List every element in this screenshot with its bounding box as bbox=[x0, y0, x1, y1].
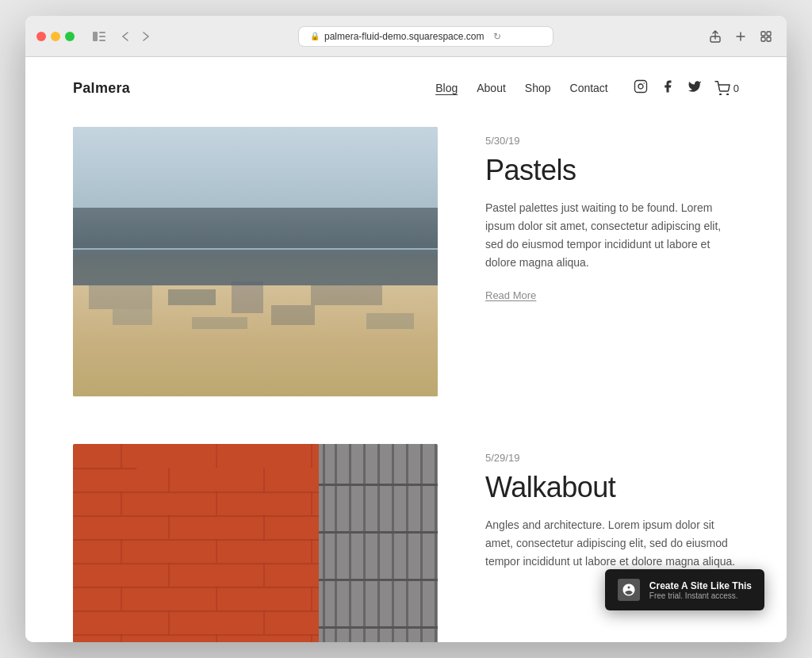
nav-contact[interactable]: Contact bbox=[570, 82, 608, 94]
site-header: Palmera Blog About Shop Contact bbox=[25, 57, 787, 119]
svg-rect-1 bbox=[99, 32, 105, 33]
squarespace-logo bbox=[618, 579, 640, 601]
svg-point-12 bbox=[719, 94, 721, 95]
nav-social-icons: 0 bbox=[634, 79, 739, 97]
svg-rect-60 bbox=[311, 492, 312, 515]
nav-shop[interactable]: Shop bbox=[525, 82, 551, 94]
svg-rect-6 bbox=[767, 32, 771, 36]
svg-rect-40 bbox=[121, 587, 122, 610]
svg-rect-50 bbox=[216, 539, 217, 563]
maximize-button[interactable] bbox=[65, 32, 75, 41]
svg-rect-5 bbox=[761, 32, 765, 36]
blog-post-walkabout: 5/29/19 Walkabout Angles and architectur… bbox=[73, 444, 739, 642]
site-logo[interactable]: Palmera bbox=[73, 80, 130, 97]
facebook-icon[interactable] bbox=[661, 79, 675, 97]
sidebar-toggle-button[interactable] bbox=[89, 29, 109, 44]
browser-chrome: 🔒 palmera-fluid-demo.squarespace.com ↻ bbox=[25, 16, 787, 57]
nav-blog[interactable]: Blog bbox=[435, 82, 458, 94]
cart-count: 0 bbox=[733, 82, 739, 94]
svg-rect-21 bbox=[113, 309, 152, 325]
svg-rect-7 bbox=[761, 37, 765, 41]
svg-rect-70 bbox=[377, 444, 380, 642]
close-button[interactable] bbox=[36, 32, 46, 41]
svg-rect-56 bbox=[263, 563, 265, 587]
svg-rect-67 bbox=[335, 444, 337, 642]
post-image-pastels[interactable] bbox=[73, 127, 438, 396]
traffic-lights bbox=[36, 32, 75, 41]
svg-point-10 bbox=[638, 84, 643, 89]
svg-rect-74 bbox=[435, 444, 437, 642]
address-bar-wrapper: 🔒 palmera-fluid-demo.squarespace.com ↻ bbox=[162, 27, 690, 46]
post-excerpt-pastels: Pastel palettes just waiting to be found… bbox=[485, 199, 739, 272]
svg-rect-24 bbox=[366, 313, 414, 329]
minimize-button[interactable] bbox=[51, 32, 60, 41]
svg-rect-9 bbox=[634, 81, 646, 93]
read-more-pastels[interactable]: Read More bbox=[485, 289, 536, 301]
svg-rect-63 bbox=[311, 634, 312, 642]
cart-icon[interactable]: 0 bbox=[714, 81, 739, 95]
address-bar[interactable]: 🔒 palmera-fluid-demo.squarespace.com ↻ bbox=[299, 27, 553, 46]
svg-rect-75 bbox=[319, 484, 438, 486]
banner-main-text: Create A Site Like This bbox=[649, 580, 752, 591]
svg-rect-46 bbox=[168, 610, 170, 634]
svg-point-13 bbox=[726, 94, 728, 95]
banner-sub-text: Free trial. Instant access. bbox=[649, 591, 752, 600]
svg-point-11 bbox=[643, 82, 645, 84]
svg-rect-18 bbox=[168, 289, 216, 305]
nav-about[interactable]: About bbox=[477, 82, 506, 94]
svg-rect-43 bbox=[168, 468, 170, 492]
browser-actions bbox=[706, 28, 776, 45]
squarespace-text: Create A Site Like This Free trial. Inst… bbox=[649, 580, 752, 600]
instagram-icon[interactable] bbox=[634, 79, 648, 97]
browser-controls bbox=[89, 29, 154, 44]
svg-rect-54 bbox=[263, 468, 265, 492]
new-tab-button[interactable] bbox=[731, 29, 750, 44]
svg-rect-38 bbox=[121, 492, 122, 515]
lock-icon: 🔒 bbox=[310, 32, 320, 40]
svg-rect-76 bbox=[319, 531, 438, 534]
svg-rect-62 bbox=[311, 587, 312, 610]
svg-rect-73 bbox=[420, 444, 423, 642]
post-content-pastels: 5/30/19 Pastels Pastel palettes just wai… bbox=[485, 127, 739, 302]
svg-rect-49 bbox=[216, 492, 217, 515]
svg-rect-41 bbox=[121, 634, 122, 642]
share-button[interactable] bbox=[706, 28, 725, 45]
svg-rect-69 bbox=[363, 444, 366, 642]
url-text: palmera-fluid-demo.squarespace.com bbox=[324, 31, 484, 42]
svg-rect-3 bbox=[99, 40, 105, 41]
twitter-icon[interactable] bbox=[688, 79, 702, 97]
svg-rect-20 bbox=[311, 285, 382, 305]
svg-rect-8 bbox=[767, 37, 771, 41]
svg-rect-51 bbox=[216, 587, 217, 610]
blog-post-pastels: 5/30/19 Pastels Pastel palettes just wai… bbox=[73, 127, 739, 396]
svg-rect-19 bbox=[232, 281, 263, 313]
forward-button[interactable] bbox=[138, 29, 154, 44]
site-nav: Blog About Shop Contact bbox=[435, 79, 739, 97]
svg-rect-59 bbox=[311, 444, 312, 468]
svg-rect-26 bbox=[73, 468, 136, 469]
svg-rect-68 bbox=[349, 444, 351, 642]
post-content-walkabout: 5/29/19 Walkabout Angles and architectur… bbox=[485, 444, 739, 587]
post-excerpt-walkabout: Angles and architecture. Lorem ipsum dol… bbox=[485, 516, 739, 571]
svg-rect-71 bbox=[392, 444, 394, 642]
svg-rect-48 bbox=[216, 444, 217, 468]
svg-rect-57 bbox=[263, 610, 265, 634]
blog-posts: 5/30/19 Pastels Pastel palettes just wai… bbox=[25, 119, 787, 642]
squarespace-banner[interactable]: Create A Site Like This Free trial. Inst… bbox=[605, 569, 764, 610]
post-title-pastels[interactable]: Pastels bbox=[485, 155, 739, 186]
back-button[interactable] bbox=[117, 29, 133, 44]
svg-rect-78 bbox=[319, 626, 438, 629]
svg-rect-25 bbox=[73, 444, 343, 642]
svg-rect-44 bbox=[168, 515, 170, 539]
svg-rect-77 bbox=[319, 579, 438, 581]
svg-rect-72 bbox=[406, 444, 408, 642]
svg-rect-0 bbox=[93, 32, 98, 41]
svg-rect-39 bbox=[121, 539, 122, 563]
browser-window: 🔒 palmera-fluid-demo.squarespace.com ↻ bbox=[25, 16, 787, 642]
svg-rect-22 bbox=[192, 317, 247, 329]
tab-overview-button[interactable] bbox=[756, 29, 776, 44]
post-image-walkabout[interactable] bbox=[73, 444, 438, 642]
post-title-walkabout[interactable]: Walkabout bbox=[485, 472, 739, 503]
refresh-icon[interactable]: ↻ bbox=[493, 31, 501, 42]
svg-rect-52 bbox=[216, 634, 217, 642]
